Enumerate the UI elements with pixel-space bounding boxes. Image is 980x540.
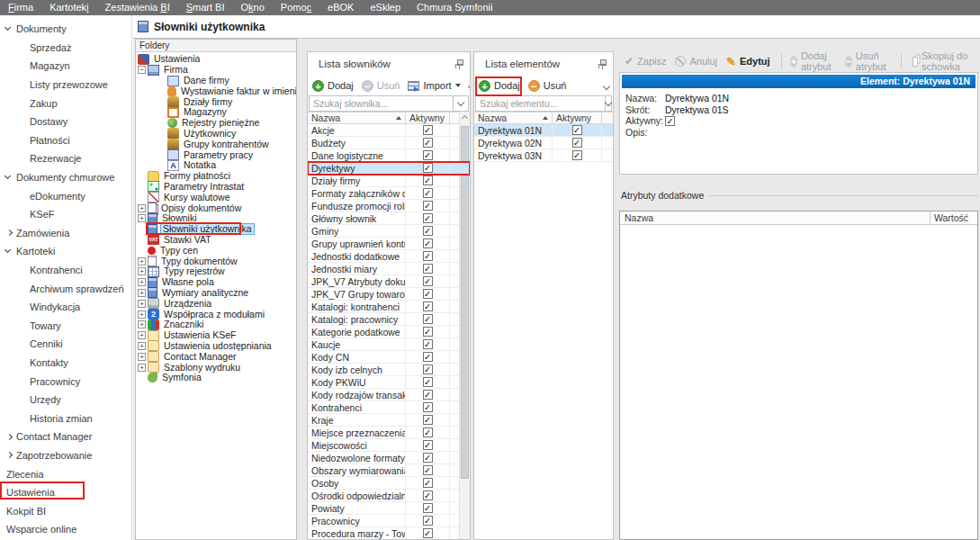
disabled-zapisz-button[interactable]: ✔Zapisz <box>625 55 666 68</box>
attribute-column-name[interactable]: Nazwa <box>620 212 931 224</box>
checkbox-checked[interactable]: ✓ <box>423 201 433 211</box>
tree-item-kursy-walutowe[interactable]: Kursy walutowe <box>138 192 296 202</box>
table-row-procedura-marzy-towary[interactable]: Procedura marzy - Towary✓ <box>308 527 470 539</box>
checkbox-checked[interactable]: ✓ <box>423 453 433 463</box>
tree-item-urzadzenia[interactable]: +Urządzenia <box>138 298 296 309</box>
checkbox-checked[interactable]: ✓ <box>423 289 433 299</box>
menu-item-smart-bi[interactable]: Smart BI <box>178 0 233 15</box>
table-row-kody-pkwiu[interactable]: Kody PKWiU✓ <box>308 376 470 389</box>
table-row-katalogi-kontrahenci[interactable]: Katalogi: kontrahenci✓ <box>308 301 470 313</box>
column-header-name[interactable]: Nazwa <box>474 112 553 123</box>
sidebar-item-kartoteki[interactable]: Kartoteki <box>0 242 131 261</box>
tree-item-contact-manager[interactable]: +Contact Manager <box>138 351 296 362</box>
checkbox-checked[interactable]: ✓ <box>423 377 433 387</box>
sidebar-item-windykacja[interactable]: Windykacja <box>0 298 131 317</box>
column-header-active[interactable]: Aktywny <box>406 112 450 123</box>
checkbox-checked[interactable]: ✓ <box>423 428 433 437</box>
disabled-dodaj-atrybut-button[interactable]: +Dodaj atrybut <box>790 50 836 72</box>
expander-minus-icon[interactable]: − <box>138 66 146 74</box>
checkbox-checked[interactable]: ✓ <box>423 226 433 236</box>
table-row-dyrektywy[interactable]: Dyrektywy✓ <box>308 162 470 175</box>
checkbox-checked[interactable]: ✓ <box>423 440 433 450</box>
tree-item-typy-rejestrow[interactable]: +Typy rejestrów <box>138 266 296 277</box>
checkbox-checked[interactable]: ✓ <box>665 116 675 126</box>
checkbox-checked[interactable]: ✓ <box>423 478 433 488</box>
sidebar-item-sprzedaz[interactable]: Sprzedaż <box>0 39 131 58</box>
expander-plus-icon[interactable]: + <box>138 353 146 361</box>
sidebar-item-kokpit-bi[interactable]: Kokpit BI <box>0 501 131 520</box>
checkbox-checked[interactable]: ✓ <box>572 138 582 148</box>
expander-plus-icon[interactable]: + <box>138 331 146 339</box>
sidebar-item-edokumenty[interactable]: eDokumenty <box>0 186 131 205</box>
checkbox-checked[interactable]: ✓ <box>423 390 433 400</box>
checkbox-checked[interactable]: ✓ <box>572 150 582 160</box>
table-row-powiaty[interactable]: Powiaty✓ <box>308 502 470 515</box>
table-row-niedozwolone-formaty-za[interactable]: Niedozwolone formaty za...✓ <box>308 452 470 464</box>
checkbox-checked[interactable]: ✓ <box>423 415 433 425</box>
column-header-active[interactable]: Aktywny <box>553 112 602 123</box>
expander-plus-icon[interactable]: + <box>138 342 146 350</box>
tree-item-stawki-vat[interactable]: VATStawki VAT <box>138 235 296 246</box>
tree-item-typy-dokumentow[interactable]: +Typy dokumentów <box>138 256 296 266</box>
menu-item-okno[interactable]: Okno <box>233 0 273 15</box>
table-row-kaucje[interactable]: Kaucje✓ <box>308 338 470 351</box>
table-row-formaty-zalacznikow-dok[interactable]: Formaty załączników dok...✓ <box>308 187 470 200</box>
tree-item-uzytkownicy[interactable]: Użytkownicy <box>138 129 296 140</box>
tree-item-ustawienia[interactable]: Ustawienia <box>138 54 296 65</box>
sidebar-item-magazyn[interactable]: Magazyn <box>0 57 131 76</box>
sidebar-item-towary[interactable]: Towary <box>0 317 131 336</box>
sidebar-item-listy-przewozowe[interactable]: Listy przewozowe <box>0 76 131 94</box>
table-row-jednostki-miary[interactable]: Jednostki miary✓ <box>308 263 470 275</box>
table-row-katalogi-pracownicy[interactable]: Katalogi: pracownicy✓ <box>308 313 470 326</box>
checkbox-checked[interactable]: ✓ <box>423 213 433 223</box>
table-row-dyrektywa-03n[interactable]: Dyrektywa 03N✓ <box>474 149 613 162</box>
tree-item-formy-platnosci[interactable]: Formy płatności <box>138 171 296 182</box>
tree-item-notatka[interactable]: ANotatka <box>138 160 296 171</box>
expander-plus-icon[interactable]: + <box>138 204 146 212</box>
checkbox-checked[interactable]: ✓ <box>423 176 433 185</box>
sidebar-item-wsparcie-online[interactable]: Wsparcie online <box>0 520 131 539</box>
tree-item-magazyny[interactable]: Magazyny <box>138 107 296 118</box>
dictionary-search-dropdown-button[interactable] <box>454 95 469 112</box>
scroll-up-button[interactable] <box>460 112 470 122</box>
checkbox-checked[interactable]: ✓ <box>423 364 433 374</box>
table-row-osrodki-odpowiedzialnosci[interactable]: Ośrodki odpowiedzialności✓ <box>308 490 470 502</box>
menu-item-chmura-symfonii[interactable]: Chmura Symfonii <box>409 0 500 15</box>
menu-item-esklep[interactable]: eSklep <box>362 0 409 15</box>
checkbox-checked[interactable]: ✓ <box>423 352 433 362</box>
tree-item-slowniki[interactable]: +Słowniki <box>138 213 296 224</box>
table-row-jpk-v7-grupy-towarowe[interactable]: JPK_V7 Grupy towarowe✓ <box>308 288 470 301</box>
table-row-grupy-uprawnien-kontrah[interactable]: Grupy uprawnień kontrah...✓ <box>308 238 470 250</box>
tree-item-parametry-pracy[interactable]: Parametry pracy <box>138 149 296 160</box>
sidebar-item-contact-manager[interactable]: Contact Manager <box>0 428 131 446</box>
table-row-budzety[interactable]: Budżety✓ <box>308 137 470 149</box>
sidebar-item-kontakty[interactable]: Kontakty <box>0 354 131 373</box>
sidebar-item-urzedy[interactable]: Urzędy <box>0 391 131 410</box>
dictionary-search-input[interactable] <box>309 95 454 112</box>
tree-item-firma[interactable]: −Firma <box>138 65 296 76</box>
expander-plus-icon[interactable]: + <box>138 310 146 319</box>
expander-plus-icon[interactable]: + <box>138 267 146 275</box>
checkbox-checked[interactable]: ✓ <box>423 163 433 173</box>
checkbox-checked[interactable]: ✓ <box>423 314 433 324</box>
tree-item-grupy-kontrahentow[interactable]: Grupy kontrahentów <box>138 139 296 149</box>
checkbox-checked[interactable]: ✓ <box>423 138 433 148</box>
dictionaries-toolbar-overflow-button[interactable] <box>469 80 471 91</box>
table-row-dane-logistyczne[interactable]: Dane logistyczne✓ <box>308 149 470 162</box>
table-row-miejscowosci[interactable]: Miejscowości✓ <box>308 439 470 452</box>
tree-item-dane-firmy[interactable]: Dane firmy <box>138 76 296 86</box>
sidebar-item-ksef[interactable]: KSeF <box>0 205 131 224</box>
sidebar-item-historia-zmian[interactable]: Historia zmian <box>0 409 131 428</box>
expander-plus-icon[interactable]: + <box>138 289 146 297</box>
sidebar-item-dokumenty-chmurowe[interactable]: Dokumenty chmurowe <box>0 168 131 187</box>
column-header-name[interactable]: Nazwa <box>308 112 406 123</box>
table-row-dyrektywa-01n[interactable]: Dyrektywa 01N✓ <box>474 124 613 137</box>
expander-plus-icon[interactable]: + <box>138 257 146 266</box>
sidebar-item-zamowienia[interactable]: Zamówienia <box>0 224 131 243</box>
add-dictionary-button[interactable]: + Dodaj <box>312 80 354 92</box>
table-row-osoby[interactable]: Osoby✓ <box>308 477 470 490</box>
tree-item-ustawienia-udostepniania[interactable]: +Ustawienia udostępniania <box>138 341 296 352</box>
checkbox-checked[interactable]: ✓ <box>572 125 582 135</box>
remove-dictionary-button[interactable]: − Usuń <box>362 80 400 92</box>
table-row-dzialy-firmy[interactable]: Działy firmy✓ <box>308 175 470 187</box>
